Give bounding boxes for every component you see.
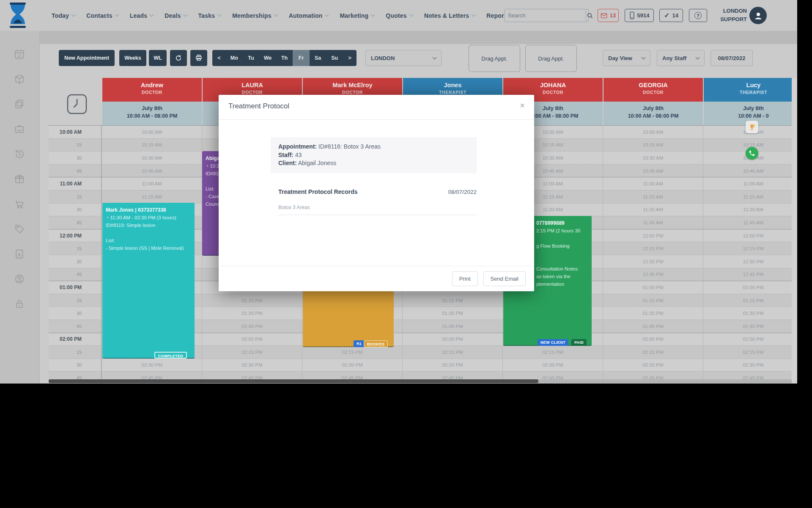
time-cell[interactable]: 11:45 AM xyxy=(603,216,703,229)
drag-appointment-slot-1[interactable]: Drag Appt. xyxy=(469,45,520,72)
time-cell[interactable]: 01:45 PM xyxy=(703,320,795,333)
nav-item-marketing[interactable]: Marketing xyxy=(340,12,374,19)
nav-item-deals[interactable]: Deals xyxy=(165,12,187,19)
nav-item-quotes[interactable]: Quotes xyxy=(386,12,412,19)
phone-button[interactable]: 5914 xyxy=(625,9,654,22)
time-cell[interactable]: 02:00 PM xyxy=(202,333,302,346)
time-cell[interactable]: 12:00 PM xyxy=(603,229,703,242)
floating-basket-icon[interactable] xyxy=(746,121,758,133)
time-cell[interactable]: 02:15 PM xyxy=(603,346,703,359)
appt-mark-jones[interactable]: Mark Jones | 6373377336◔ 11:30 AM - 02:3… xyxy=(102,203,195,359)
floating-phone-icon[interactable] xyxy=(746,147,758,160)
time-cell[interactable]: 10:45 AM xyxy=(603,165,703,177)
nav-item-automation[interactable]: Automation xyxy=(289,12,329,19)
nav-item-today[interactable]: Today xyxy=(52,12,75,19)
search-icon[interactable] xyxy=(586,9,594,22)
time-cell[interactable]: 01:00 PM xyxy=(703,281,795,294)
time-cell[interactable]: 01:00 PM xyxy=(603,281,703,294)
day-button-th[interactable]: Th xyxy=(276,50,293,66)
lock-icon[interactable] xyxy=(14,298,25,309)
time-cell[interactable]: 10:45 AM xyxy=(102,165,202,177)
tag-icon[interactable] xyxy=(14,224,25,235)
time-cell[interactable]: 02:30 PM xyxy=(502,359,603,372)
time-cell[interactable]: 11:45 AM xyxy=(703,216,795,229)
time-cell[interactable]: 12:15 PM xyxy=(603,242,703,255)
time-cell[interactable]: 12:15 PM xyxy=(703,242,795,255)
nav-item-leads[interactable]: Leads xyxy=(130,12,153,19)
scrollbar-thumb[interactable] xyxy=(49,379,538,383)
time-cell[interactable]: 01:45 PM xyxy=(603,320,703,333)
drag-appointment-slot-2[interactable]: Drag Appt. xyxy=(525,45,577,72)
gift-icon[interactable] xyxy=(14,174,25,185)
time-cell[interactable]: 10:45 AM xyxy=(703,165,795,177)
refresh-button[interactable] xyxy=(170,50,187,66)
time-cell[interactable]: 12:30 PM xyxy=(703,255,795,268)
close-icon[interactable]: × xyxy=(520,101,525,110)
print-button[interactable]: Print xyxy=(452,271,478,286)
time-cell[interactable]: 02:15 PM xyxy=(502,346,603,359)
time-cell[interactable]: 11:15 AM xyxy=(703,190,795,203)
location-select[interactable]: LONDON xyxy=(365,50,442,66)
time-cell[interactable]: 02:15 PM xyxy=(302,346,402,359)
time-cell[interactable]: 11:15 AM xyxy=(102,190,202,203)
time-cell[interactable]: 01:30 PM xyxy=(202,307,302,320)
time-cell[interactable]: 10:00 AM xyxy=(102,126,202,138)
search-input[interactable] xyxy=(505,12,586,19)
camera-icon[interactable] xyxy=(14,124,25,135)
new-appointment-button[interactable]: New Appointment xyxy=(59,50,115,66)
package-icon[interactable] xyxy=(14,74,25,85)
weeks-button[interactable]: Weeks xyxy=(119,50,146,66)
record-item-botox[interactable]: Botox 3 Areas xyxy=(278,204,477,215)
time-cell[interactable]: 02:30 PM xyxy=(603,359,703,372)
day-button-fr[interactable]: Fr xyxy=(293,50,310,66)
time-cell[interactable]: 02:15 PM xyxy=(202,346,302,359)
time-cell[interactable]: 01:45 PM xyxy=(202,320,302,333)
day-button-mo[interactable]: Mo xyxy=(226,50,243,66)
nav-item-tasks[interactable]: Tasks xyxy=(198,12,221,19)
time-cell[interactable]: 02:15 PM xyxy=(402,346,502,359)
time-cell[interactable]: 02:00 PM xyxy=(603,333,703,346)
time-cell[interactable]: 02:30 PM xyxy=(302,359,402,372)
time-cell[interactable]: 01:30 PM xyxy=(402,307,502,320)
time-cell[interactable]: 02:30 PM xyxy=(703,359,795,372)
calendar-icon[interactable]: 12 xyxy=(14,49,25,60)
time-cell[interactable]: 01:30 PM xyxy=(603,307,703,320)
prev-day-button[interactable]: < xyxy=(212,50,226,66)
time-cell[interactable]: 02:15 PM xyxy=(703,346,795,359)
report-icon[interactable] xyxy=(14,248,25,260)
time-cell[interactable]: 01:30 PM xyxy=(703,307,795,320)
time-cell[interactable]: 11:00 AM xyxy=(102,177,202,190)
time-cell[interactable]: 10:15 AM xyxy=(603,139,703,152)
time-cell[interactable]: 11:30 AM xyxy=(703,204,795,216)
time-cell[interactable]: 10:30 AM xyxy=(102,152,202,164)
time-cell[interactable]: 02:00 PM xyxy=(703,333,795,346)
time-cell[interactable]: 02:30 PM xyxy=(102,359,202,372)
vertical-scrollbar[interactable] xyxy=(792,78,797,384)
time-cell[interactable]: 02:30 PM xyxy=(202,359,302,372)
day-button-su[interactable]: Su xyxy=(326,50,343,66)
print-calendar-button[interactable] xyxy=(190,50,207,66)
time-cell[interactable]: 10:30 AM xyxy=(603,152,703,164)
help-button[interactable]: ? xyxy=(689,9,707,22)
history-icon[interactable] xyxy=(14,149,25,160)
staff-filter-select[interactable]: Any Staff xyxy=(657,50,705,66)
time-cell[interactable]: 02:30 PM xyxy=(402,359,502,372)
tasks-button[interactable]: ✓ 14 xyxy=(659,9,683,22)
time-cell[interactable]: 10:15 AM xyxy=(102,139,202,152)
time-cell[interactable]: 10:00 AM xyxy=(603,126,703,138)
time-cell[interactable]: 11:15 AM xyxy=(603,190,703,203)
day-button-tu[interactable]: Tu xyxy=(243,50,260,66)
time-cell[interactable]: 01:15 PM xyxy=(402,294,502,307)
time-cell[interactable]: 01:15 PM xyxy=(603,294,703,307)
time-cell[interactable]: 11:00 AM xyxy=(703,177,795,190)
date-picker[interactable]: 08/07/2022 xyxy=(710,50,753,66)
time-cell[interactable]: 01:15 PM xyxy=(202,294,302,307)
time-cell[interactable]: 02:00 PM xyxy=(402,333,502,346)
time-cell[interactable]: 12:45 PM xyxy=(603,268,703,281)
time-cell[interactable]: 11:00 AM xyxy=(603,177,703,190)
day-button-sa[interactable]: Sa xyxy=(310,50,326,66)
time-cell[interactable]: 12:45 PM xyxy=(703,268,795,281)
user-circle-icon[interactable] xyxy=(14,273,25,284)
nav-item-memberships[interactable]: Memberships xyxy=(232,12,277,19)
avatar[interactable] xyxy=(749,7,767,24)
